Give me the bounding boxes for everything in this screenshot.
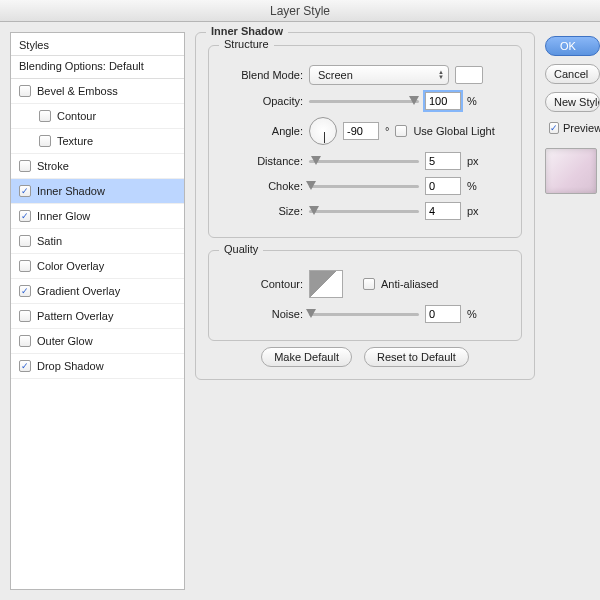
blend-mode-dropdown[interactable]: Screen ▲▼ xyxy=(309,65,449,85)
style-item-gradient-overlay[interactable]: Gradient Overlay xyxy=(11,279,184,304)
style-checkbox[interactable] xyxy=(19,335,31,347)
blend-mode-label: Blend Mode: xyxy=(221,69,303,81)
style-checkbox[interactable] xyxy=(19,285,31,297)
angle-label: Angle: xyxy=(221,125,303,137)
opacity-slider[interactable] xyxy=(309,94,419,108)
opacity-unit: % xyxy=(467,95,477,107)
contour-label: Contour: xyxy=(221,278,303,290)
style-item-drop-shadow[interactable]: Drop Shadow xyxy=(11,354,184,379)
blending-options[interactable]: Blending Options: Default xyxy=(11,56,184,79)
style-item-texture[interactable]: Texture xyxy=(11,129,184,154)
contour-row: Contour: Anti-aliased xyxy=(221,270,509,298)
style-checkbox[interactable] xyxy=(19,310,31,322)
right-buttons: OK Cancel New Style... Preview xyxy=(545,32,600,590)
opacity-row: Opacity: % xyxy=(221,92,509,110)
style-checkbox[interactable] xyxy=(19,360,31,372)
opacity-input[interactable] xyxy=(425,92,461,110)
window-title: Layer Style xyxy=(270,4,330,18)
anti-aliased-label: Anti-aliased xyxy=(381,278,438,290)
size-label: Size: xyxy=(221,205,303,217)
distance-input[interactable] xyxy=(425,152,461,170)
style-label: Inner Glow xyxy=(37,210,90,222)
panel-title: Inner Shadow xyxy=(206,25,288,37)
reset-default-button[interactable]: Reset to Default xyxy=(364,347,469,367)
style-item-inner-glow[interactable]: Inner Glow xyxy=(11,204,184,229)
style-checkbox[interactable] xyxy=(19,160,31,172)
preview-checkbox[interactable] xyxy=(549,122,559,134)
style-label: Outer Glow xyxy=(37,335,93,347)
anti-aliased-checkbox[interactable] xyxy=(363,278,375,290)
style-item-satin[interactable]: Satin xyxy=(11,229,184,254)
dialog-content: Styles Blending Options: Default Bevel &… xyxy=(0,22,600,600)
styles-header[interactable]: Styles xyxy=(11,33,184,56)
style-label: Inner Shadow xyxy=(37,185,105,197)
style-checkbox[interactable] xyxy=(19,260,31,272)
style-label: Texture xyxy=(57,135,93,147)
style-label: Gradient Overlay xyxy=(37,285,120,297)
choke-slider[interactable] xyxy=(309,179,419,193)
structure-title: Structure xyxy=(219,38,274,50)
preview-row: Preview xyxy=(545,122,600,134)
style-label: Satin xyxy=(37,235,62,247)
choke-input[interactable] xyxy=(425,177,461,195)
structure-group: Structure Blend Mode: Screen ▲▼ Opacity: xyxy=(208,45,522,238)
default-buttons-row: Make Default Reset to Default xyxy=(208,347,522,367)
distance-slider[interactable] xyxy=(309,154,419,168)
angle-unit: ° xyxy=(385,125,389,137)
noise-label: Noise: xyxy=(221,308,303,320)
style-item-color-overlay[interactable]: Color Overlay xyxy=(11,254,184,279)
choke-row: Choke: % xyxy=(221,177,509,195)
preview-thumbnail xyxy=(545,148,597,194)
style-label: Stroke xyxy=(37,160,69,172)
style-item-pattern-overlay[interactable]: Pattern Overlay xyxy=(11,304,184,329)
style-item-bevel-emboss[interactable]: Bevel & Emboss xyxy=(11,79,184,104)
angle-dial[interactable] xyxy=(309,117,337,145)
quality-group: Quality Contour: Anti-aliased Noise: % xyxy=(208,250,522,341)
style-label: Bevel & Emboss xyxy=(37,85,118,97)
noise-input[interactable] xyxy=(425,305,461,323)
angle-row: Angle: ° Use Global Light xyxy=(221,117,509,145)
size-row: Size: px xyxy=(221,202,509,220)
style-label: Drop Shadow xyxy=(37,360,104,372)
size-slider[interactable] xyxy=(309,204,419,218)
style-label: Contour xyxy=(57,110,96,122)
style-item-inner-shadow[interactable]: Inner Shadow xyxy=(11,179,184,204)
style-checkbox[interactable] xyxy=(19,210,31,222)
style-label: Pattern Overlay xyxy=(37,310,113,322)
choke-unit: % xyxy=(467,180,477,192)
angle-input[interactable] xyxy=(343,122,379,140)
blend-mode-value: Screen xyxy=(318,69,353,81)
ok-button[interactable]: OK xyxy=(545,36,600,56)
window-titlebar: Layer Style xyxy=(0,0,600,22)
noise-unit: % xyxy=(467,308,477,320)
size-input[interactable] xyxy=(425,202,461,220)
opacity-label: Opacity: xyxy=(221,95,303,107)
chevron-updown-icon: ▲▼ xyxy=(438,70,444,80)
style-item-outer-glow[interactable]: Outer Glow xyxy=(11,329,184,354)
style-checkbox[interactable] xyxy=(19,185,31,197)
style-item-contour[interactable]: Contour xyxy=(11,104,184,129)
use-global-light-checkbox[interactable] xyxy=(395,125,407,137)
main-panel: Inner Shadow Structure Blend Mode: Scree… xyxy=(195,32,535,590)
style-item-stroke[interactable]: Stroke xyxy=(11,154,184,179)
cancel-button[interactable]: Cancel xyxy=(545,64,600,84)
shadow-color-swatch[interactable] xyxy=(455,66,483,84)
inner-shadow-group: Inner Shadow Structure Blend Mode: Scree… xyxy=(195,32,535,380)
style-checkbox[interactable] xyxy=(39,135,51,147)
styles-list: Bevel & EmbossContourTextureStrokeInner … xyxy=(11,79,184,379)
styles-panel: Styles Blending Options: Default Bevel &… xyxy=(10,32,185,590)
distance-row: Distance: px xyxy=(221,152,509,170)
contour-picker[interactable] xyxy=(309,270,343,298)
distance-unit: px xyxy=(467,155,479,167)
preview-label: Preview xyxy=(563,122,600,134)
make-default-button[interactable]: Make Default xyxy=(261,347,352,367)
style-checkbox[interactable] xyxy=(39,110,51,122)
size-unit: px xyxy=(467,205,479,217)
style-checkbox[interactable] xyxy=(19,235,31,247)
noise-slider[interactable] xyxy=(309,307,419,321)
style-checkbox[interactable] xyxy=(19,85,31,97)
new-style-button[interactable]: New Style... xyxy=(545,92,600,112)
blend-mode-row: Blend Mode: Screen ▲▼ xyxy=(221,65,509,85)
use-global-light-label: Use Global Light xyxy=(413,125,494,137)
style-label: Color Overlay xyxy=(37,260,104,272)
